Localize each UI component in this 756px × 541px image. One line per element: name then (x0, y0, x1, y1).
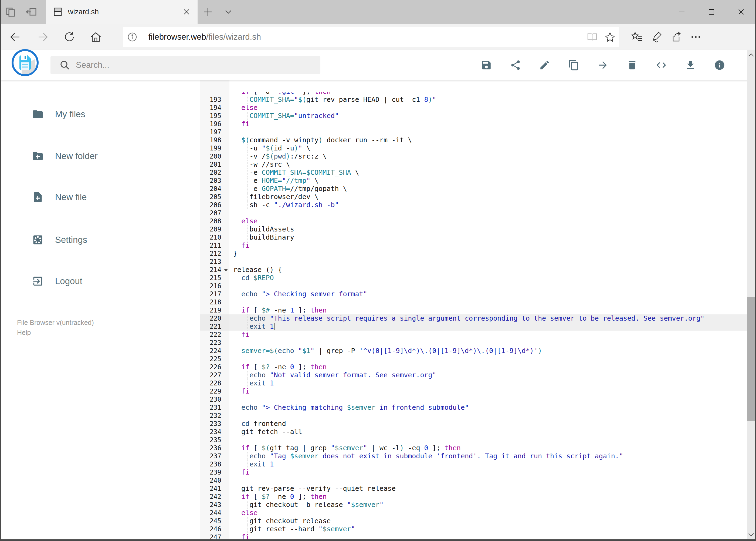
reading-view-button[interactable] (583, 27, 601, 47)
code-line[interactable]: 208 else (200, 217, 747, 225)
code-line[interactable]: 226 if [ $? -ne 0 ]; then (200, 363, 747, 371)
code-line[interactable]: 193 COMMIT_SHA="$(git rev-parse HEAD | c… (200, 96, 747, 104)
code-line[interactable]: 206 sh -c "./wizard.sh -b" (200, 201, 747, 209)
browser-tab[interactable]: wizard.sh (46, 0, 197, 24)
code-line[interactable]: 232 (200, 412, 747, 420)
code-line[interactable]: 202 -e COMMIT_SHA=$COMMIT_SHA \ (200, 169, 747, 177)
code-line[interactable]: 207 (200, 209, 747, 217)
tabs-aside-button[interactable] (21, 0, 42, 24)
help-link[interactable]: Help (17, 327, 94, 337)
code-line[interactable]: 222 fi (200, 330, 747, 339)
code-line[interactable]: 225 (200, 355, 747, 363)
more-options-button[interactable] (686, 28, 705, 46)
code-line[interactable]: 214release () { (200, 266, 747, 274)
code-line[interactable]: 196 fi (200, 120, 747, 128)
code-line[interactable]: 234 git fetch --all (200, 428, 747, 436)
copy-button[interactable] (559, 54, 589, 76)
code-line[interactable]: 241 git rev-parse --verify --quiet relea… (200, 485, 747, 493)
code-line[interactable]: 198 $(command -v winpty) docker run --rm… (200, 136, 747, 144)
fold-arrow-icon[interactable] (224, 269, 228, 271)
code-line[interactable]: 203 -e HOME="//tmp" \ (200, 177, 747, 185)
code-line[interactable]: 240 (200, 476, 747, 485)
code-line[interactable]: 238 exit 1 (200, 460, 747, 468)
code-line[interactable]: 216 (200, 282, 747, 290)
home-button[interactable] (86, 28, 105, 46)
delete-button[interactable] (618, 54, 647, 76)
code-line[interactable]: 213 (200, 258, 747, 266)
code-line[interactable]: 235 (200, 436, 747, 444)
code-line[interactable]: 212} (200, 250, 747, 258)
tab-preview-button[interactable] (0, 0, 21, 24)
code-line[interactable]: 205 filebrowser/dev \ (200, 193, 747, 201)
close-button[interactable] (726, 0, 756, 24)
code-line[interactable]: 227 echo "Not valid semver format. See s… (200, 371, 747, 379)
move-button[interactable] (589, 54, 618, 76)
sidebar-item-my-files[interactable]: My files (1, 94, 200, 135)
scrollbar-thumb[interactable] (747, 297, 755, 421)
code-line[interactable]: 200 -v /$(pwd):/src:z \ (200, 152, 747, 161)
download-button[interactable] (676, 54, 705, 76)
code-line[interactable]: 223 (200, 339, 747, 347)
filebrowser-logo[interactable] (12, 49, 39, 76)
code-line[interactable]: if [ -d ".git" ]; then (200, 88, 747, 96)
code-line[interactable]: 194 else (200, 104, 747, 112)
code-line[interactable]: 217 echo "> Checking semver format" (200, 290, 747, 298)
code-line[interactable]: 211 fi (200, 242, 747, 250)
code-line[interactable]: 195 COMMIT_SHA="untracked" (200, 112, 747, 120)
code-line[interactable]: 229 fi (200, 387, 747, 395)
sidebar-item-logout[interactable]: Logout (1, 261, 200, 302)
code-line[interactable]: 245 git checkout release (200, 517, 747, 525)
code-line[interactable]: 218 (200, 298, 747, 306)
close-tab-icon[interactable] (180, 7, 193, 17)
code-line[interactable]: 237 echo "Tag $semver does not exist in … (200, 452, 747, 460)
code-line[interactable]: 233 cd frontend (200, 420, 747, 428)
search-input[interactable]: Search... (51, 56, 320, 74)
code-line[interactable]: 239 fi (200, 468, 747, 476)
back-button[interactable] (5, 28, 24, 46)
tab-dropdown-button[interactable] (218, 0, 239, 24)
code-line[interactable]: 247 fi (200, 533, 747, 539)
code-line[interactable]: 220 echo "This release script requires a… (200, 314, 747, 322)
code-line[interactable]: 242 if [ $? -ne 0 ]; then (200, 493, 747, 501)
refresh-button[interactable] (60, 28, 79, 46)
code-line[interactable]: 199 -u "$(id -u)" \ (200, 144, 747, 152)
code-editor[interactable]: if [ -d ".git" ]; then193 COMMIT_SHA="$(… (200, 80, 747, 539)
address-bar[interactable]: filebrowser.web/files/wizard.sh (123, 27, 619, 47)
add-favorite-button[interactable] (601, 27, 619, 47)
code-line[interactable]: 204 -e GOPATH=//tmp/gopath \ (200, 185, 747, 193)
share-file-button[interactable] (501, 54, 530, 76)
share-button[interactable] (667, 28, 685, 46)
sidebar-item-new-file[interactable]: New file (1, 176, 200, 218)
save-button[interactable] (472, 54, 501, 76)
maximize-button[interactable] (697, 0, 726, 24)
code-line[interactable]: 230 (200, 395, 747, 403)
code-line[interactable]: 221 exit 1 (200, 322, 747, 330)
sidebar-item-settings[interactable]: Settings (1, 219, 200, 261)
code-line[interactable]: 219 if [ $# -ne 1 ]; then (200, 306, 747, 314)
code-line[interactable]: 210 buildBinary (200, 234, 747, 242)
site-info-button[interactable] (123, 27, 142, 47)
scroll-down-icon[interactable] (747, 530, 755, 539)
code-line[interactable]: 215 cd $REPO (200, 274, 747, 282)
code-line[interactable]: 244 else (200, 509, 747, 517)
code-line[interactable]: 246 git reset --hard "$semver" (200, 525, 747, 533)
sidebar-item-new-folder[interactable]: New folder (1, 135, 200, 177)
code-line[interactable]: 236 if [ $(git tag | grep "$semver" | wc… (200, 444, 747, 452)
hub-button[interactable] (628, 28, 646, 46)
code-line[interactable]: 224 semver=$(echo "$1" | grep -P '^v(0|[… (200, 347, 747, 355)
annotate-button[interactable] (647, 28, 666, 46)
raw-code-button[interactable] (647, 54, 676, 76)
new-tab-button[interactable] (197, 0, 218, 24)
code-line[interactable]: 201 -w //src \ (200, 161, 747, 169)
forward-button[interactable] (34, 28, 53, 46)
minimize-button[interactable] (667, 0, 697, 24)
code-line[interactable]: 243 git checkout -b release "$semver" (200, 501, 747, 509)
info-button[interactable] (705, 54, 734, 76)
url-text[interactable]: filebrowser.web/files/wizard.sh (148, 32, 583, 42)
page-scrollbar[interactable] (747, 50, 755, 539)
code-line[interactable]: 228 exit 1 (200, 379, 747, 387)
scroll-up-icon[interactable] (747, 50, 755, 59)
code-line[interactable]: 197 (200, 128, 747, 136)
code-line[interactable]: 209 buildAssets (200, 225, 747, 234)
code-line[interactable]: 231 echo "> Checking matching $semver in… (200, 403, 747, 412)
